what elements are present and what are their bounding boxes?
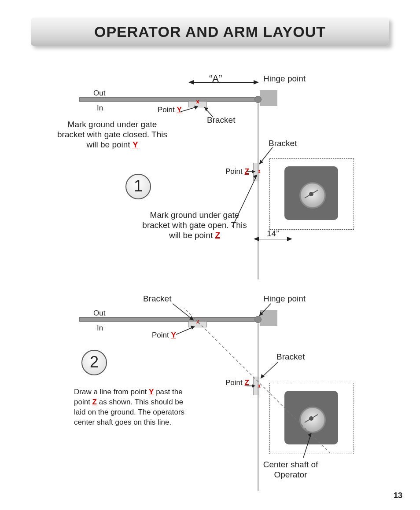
dim-14-label: 14” [267,229,279,239]
svg-line-13 [311,190,318,194]
point-y-mark-1: x [195,99,200,104]
svg-line-32 [303,433,311,458]
point-y-label-1: Point Y [158,106,182,114]
svg-marker-33 [308,433,311,437]
in-label-1: In [97,104,103,113]
out-label-2: Out [93,309,105,318]
step-number-1: 1 [125,174,151,199]
svg-line-30 [180,308,198,322]
pointer-center-shaft [302,431,319,462]
svg-marker-15 [254,237,259,241]
note-mark-y: Mark ground under gate bracket with gate… [57,120,167,150]
step-number-2: 2 [81,350,107,375]
svg-marker-1 [254,80,259,84]
svg-marker-9 [252,170,255,173]
svg-line-14 [305,194,311,198]
hinge-dot-1 [254,96,262,103]
pointer-bracket-1a [203,106,220,119]
dim-a-label: “A” [209,73,222,84]
svg-marker-16 [287,237,292,241]
pointer-note-z1 [229,174,264,231]
center-shaft-label: Center shaft of Operator [253,460,328,480]
dial-graphic-1 [299,182,323,206]
gate-bar-1 [79,97,256,102]
out-label-1: Out [93,89,105,98]
hinge-label-1: Hinge point [263,74,306,84]
page-number: 13 [394,491,402,500]
post-1 [260,90,277,106]
svg-marker-0 [188,80,194,84]
svg-line-10 [232,175,257,227]
diagonal-line [132,308,374,484]
dim-a-arrows [188,79,259,86]
page-title: OPERATOR AND ARM LAYOUT [31,18,389,46]
bracket-label-2a: Bracket [143,294,171,304]
in-label-2: In [97,324,103,333]
